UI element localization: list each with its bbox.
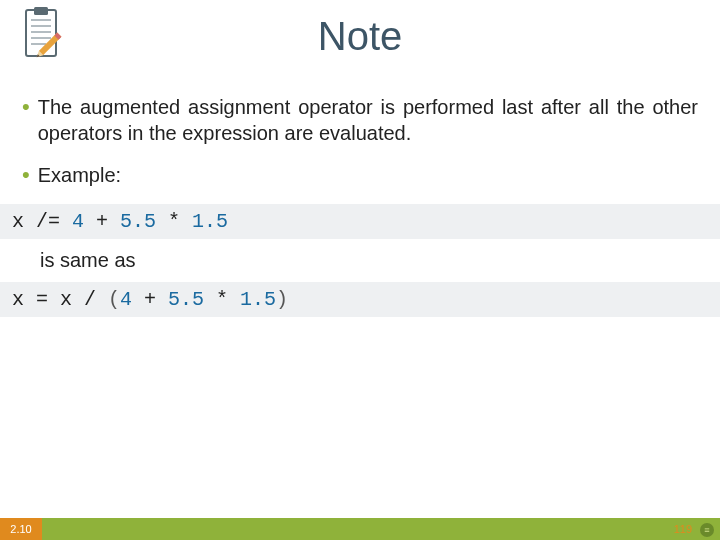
footer-badge-icon: ≡	[700, 523, 714, 537]
code-number: 4	[120, 288, 132, 311]
bullet-item: • Example:	[22, 162, 698, 188]
code-block-2: x = x / (4 + 5.5 * 1.5)	[0, 282, 720, 317]
code-number: 1.5	[240, 288, 276, 311]
code-text: *	[156, 210, 192, 233]
slide: Note • The augmented assignment operator…	[0, 0, 720, 540]
code-text: x = x /	[12, 288, 108, 311]
section-number: 2.10	[0, 518, 42, 540]
code-paren: (	[108, 288, 120, 311]
code-text: x /=	[12, 210, 72, 233]
bullet-text: The augmented assignment operator is per…	[38, 94, 698, 146]
code-number: 4	[72, 210, 84, 233]
code-number: 5.5	[120, 210, 156, 233]
bullet-item: • The augmented assignment operator is p…	[22, 94, 698, 146]
code-number: 5.5	[168, 288, 204, 311]
code-text: *	[204, 288, 240, 311]
code-number: 1.5	[192, 210, 228, 233]
sameas-text: is same as	[40, 249, 698, 272]
footer-bar	[0, 518, 720, 540]
code-text: +	[132, 288, 168, 311]
bullet-dot-icon: •	[22, 162, 30, 188]
code-text: +	[84, 210, 120, 233]
slide-title: Note	[0, 14, 720, 59]
bullet-dot-icon: •	[22, 94, 30, 120]
page-number: 119	[674, 518, 692, 540]
code-paren: )	[276, 288, 288, 311]
code-block-1: x /= 4 + 5.5 * 1.5	[0, 204, 720, 239]
content-area: • The augmented assignment operator is p…	[22, 86, 698, 317]
bullet-text: Example:	[38, 162, 698, 188]
